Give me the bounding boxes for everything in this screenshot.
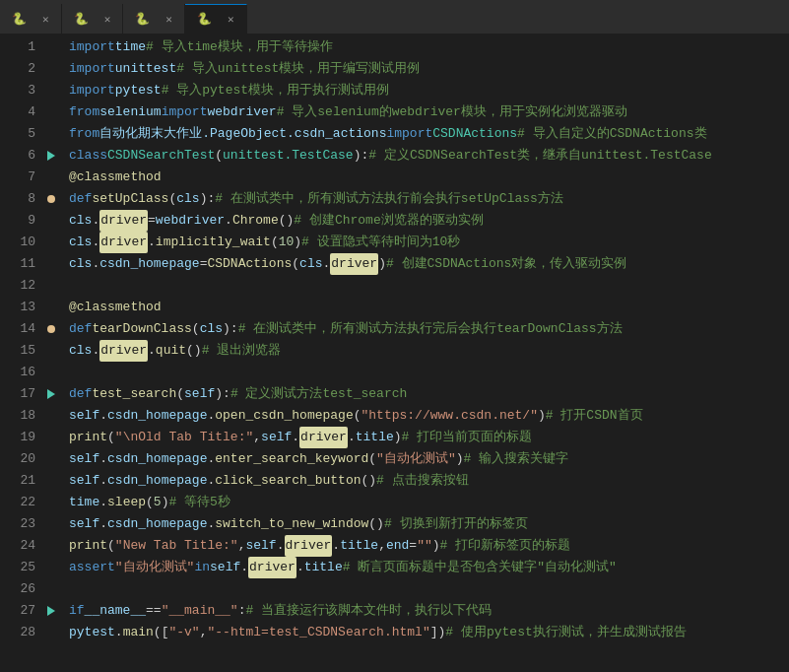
margin-icon-27[interactable] [41, 600, 61, 622]
tab-2-icon: 🐍 [74, 12, 89, 27]
line-num-24: 24 [0, 535, 35, 557]
code-line-13[interactable]: @classmethod [69, 297, 789, 318]
line-num-26: 26 [0, 578, 35, 600]
line-num-18: 18 [0, 405, 35, 427]
breakpoint-dot-icon[interactable] [47, 325, 55, 333]
code-line-23[interactable]: self.csdn_homepage.switch_to_new_window(… [69, 513, 789, 535]
tab-4[interactable]: 🐍 ✕ [185, 4, 247, 34]
margin-icon-24 [41, 535, 61, 557]
code-line-28[interactable]: pytest.main(["-v", "--html=test_CSDNSear… [69, 622, 789, 643]
code-line-2[interactable]: import unittest # 导入unittest模块，用于编写测试用例 [69, 58, 789, 80]
margin-icon-22 [41, 492, 61, 513]
margin-icon-18 [41, 405, 61, 427]
margin-icon-17[interactable] [41, 383, 61, 405]
code-line-5[interactable]: from 自动化期末大作业.PageObject.csdn_actions im… [69, 123, 789, 145]
tab-3[interactable]: 🐍 ✕ [123, 4, 185, 34]
line-num-2: 2 [0, 58, 35, 80]
tab-1-icon: 🐍 [12, 12, 27, 27]
tab-bar: 🐍 ✕ 🐍 ✕ 🐍 ✕ 🐍 ✕ [0, 0, 789, 34]
margin-icon-14[interactable] [41, 318, 61, 340]
margin-icon-25 [41, 557, 61, 578]
line-num-8: 8 [0, 188, 35, 210]
margin-icon-6[interactable] [41, 145, 61, 167]
line-num-11: 11 [0, 253, 35, 275]
margin-icon-28 [41, 622, 61, 643]
line-num-12: 12 [0, 275, 35, 297]
line-num-23: 23 [0, 513, 35, 535]
tab-4-icon: 🐍 [197, 12, 212, 27]
margin-icon-8[interactable] [41, 188, 61, 210]
margin-icon-1 [41, 36, 61, 58]
code-line-27[interactable]: if __name__ == "__main__": # 当直接运行该脚本文件时… [69, 600, 789, 622]
margin-icon-7 [41, 167, 61, 188]
code-line-14[interactable]: def tearDownClass(cls): # 在测试类中，所有测试方法执行… [69, 318, 789, 340]
margin-icon-9 [41, 210, 61, 232]
code-line-1[interactable]: import time # 导入time模块，用于等待操作 [69, 36, 789, 58]
code-line-21[interactable]: self.csdn_homepage.click_search_button()… [69, 470, 789, 492]
code-line-16[interactable] [69, 362, 789, 383]
line-num-20: 20 [0, 448, 35, 470]
tab-1-close[interactable]: ✕ [42, 13, 49, 26]
line-num-7: 7 [0, 167, 35, 188]
code-line-18[interactable]: self.csdn_homepage.open_csdn_homepage("h… [69, 405, 789, 427]
margin-icon-3 [41, 80, 61, 101]
line-num-22: 22 [0, 492, 35, 513]
code-line-11[interactable]: cls.csdn_homepage = CSDNActions(cls.driv… [69, 253, 789, 275]
tab-4-close[interactable]: ✕ [228, 13, 234, 26]
code-line-25[interactable]: assert "自动化测试" in self.driver.title # 断言… [69, 557, 789, 578]
breakpoint-dot-icon[interactable] [47, 195, 55, 203]
line-num-16: 16 [0, 362, 35, 383]
editor: 1234567891011121314151617181920212223242… [0, 34, 789, 672]
margin-icon-19 [41, 427, 61, 448]
margin-icon-2 [41, 58, 61, 80]
code-line-26[interactable] [69, 578, 789, 600]
code-line-20[interactable]: self.csdn_homepage.enter_search_keyword(… [69, 448, 789, 470]
line-num-17: 17 [0, 383, 35, 405]
margin-icon-16 [41, 362, 61, 383]
code-line-3[interactable]: import pytest # 导入pytest模块，用于执行测试用例 [69, 80, 789, 101]
line-num-9: 9 [0, 210, 35, 232]
margin-icon-11 [41, 253, 61, 275]
line-num-21: 21 [0, 470, 35, 492]
code-line-10[interactable]: cls.driver.implicitly_wait(10) # 设置隐式等待时… [69, 232, 789, 253]
line-num-27: 27 [0, 600, 35, 622]
code-line-19[interactable]: print("\nOld Tab Title:", self.driver.ti… [69, 427, 789, 448]
run-arrow-icon[interactable] [47, 151, 55, 161]
margin-icon-5 [41, 123, 61, 145]
line-num-25: 25 [0, 557, 35, 578]
code-line-8[interactable]: def setUpClass(cls): # 在测试类中，所有测试方法执行前会执… [69, 188, 789, 210]
line-num-10: 10 [0, 232, 35, 253]
code-line-22[interactable]: time.sleep(5) # 等待5秒 [69, 492, 789, 513]
tab-3-close[interactable]: ✕ [165, 13, 172, 26]
line-num-13: 13 [0, 297, 35, 318]
code-line-17[interactable]: def test_search(self): # 定义测试方法test_sear… [69, 383, 789, 405]
margin-icon-21 [41, 470, 61, 492]
margin-icon-15 [41, 340, 61, 362]
margin-icon-13 [41, 297, 61, 318]
gutter: 1234567891011121314151617181920212223242… [0, 34, 41, 672]
line-num-1: 1 [0, 36, 35, 58]
margin-icon-10 [41, 232, 61, 253]
margin-icon-4 [41, 101, 61, 123]
code-line-24[interactable]: print("New Tab Title:", self.driver.titl… [69, 535, 789, 557]
code-area[interactable]: import time # 导入time模块，用于等待操作import unit… [61, 34, 789, 672]
run-arrow-icon[interactable] [47, 606, 55, 616]
tab-2-close[interactable]: ✕ [104, 13, 111, 26]
margin-icon-23 [41, 513, 61, 535]
code-line-15[interactable]: cls.driver.quit() # 退出浏览器 [69, 340, 789, 362]
run-arrow-icon[interactable] [47, 389, 55, 399]
code-line-6[interactable]: class CSDNSearchTest(unittest.TestCase):… [69, 145, 789, 167]
code-line-12[interactable] [69, 275, 789, 297]
line-num-15: 15 [0, 340, 35, 362]
margin-icons [41, 34, 61, 672]
tab-1[interactable]: 🐍 ✕ [0, 4, 62, 34]
code-line-4[interactable]: from selenium import webdriver # 导入selen… [69, 101, 789, 123]
code-line-9[interactable]: cls.driver = webdriver.Chrome() # 创建Chro… [69, 210, 789, 232]
line-num-6: 6 [0, 145, 35, 167]
tab-2[interactable]: 🐍 ✕ [62, 4, 124, 34]
line-num-19: 19 [0, 427, 35, 448]
code-line-7[interactable]: @classmethod [69, 167, 789, 188]
margin-icon-26 [41, 578, 61, 600]
line-num-3: 3 [0, 80, 35, 101]
line-num-14: 14 [0, 318, 35, 340]
